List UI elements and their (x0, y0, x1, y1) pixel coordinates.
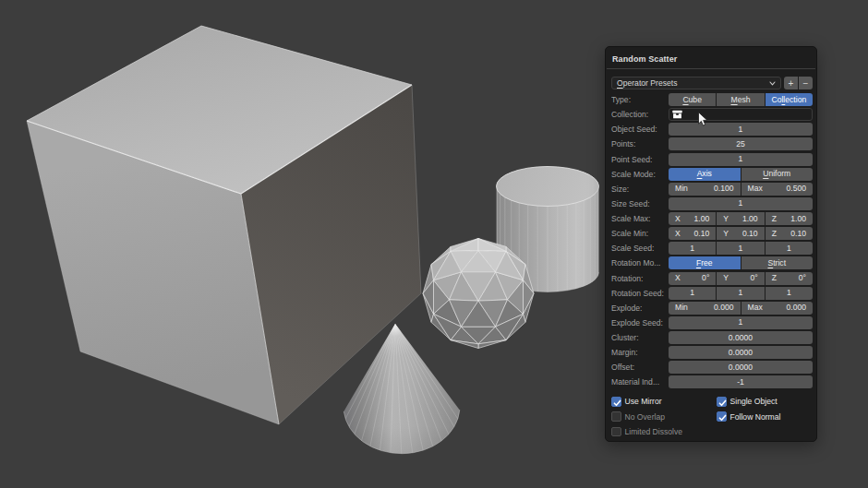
prop-row-scale-max: Scale Max:X1.00Y1.00Z1.00 (611, 212, 813, 225)
rotation-z-prefix: Z (772, 272, 777, 284)
prop-row-rotation-seed: Rotation Seed:111 (611, 287, 813, 300)
size-max-prefix: Max (748, 183, 763, 195)
rotation-seed-value-1[interactable]: 1 (717, 287, 764, 300)
scale-max-z-prefix: Z (772, 213, 777, 225)
points-field: 25 (669, 137, 813, 150)
explode-seed-value-field[interactable]: 1 (669, 316, 813, 329)
single-object-checkbox[interactable] (717, 397, 727, 407)
limited-dissolve-label: Limited Dissolve (625, 427, 683, 436)
scale-max-x-prefix: X (675, 213, 681, 225)
scale-max-y-field[interactable]: Y1.00 (717, 212, 764, 225)
scale-min-x-field[interactable]: X0.10 (669, 227, 716, 240)
operator-presets-dropdown[interactable]: Operator Presets (611, 77, 781, 89)
rotation-seed-value-2[interactable]: 1 (766, 287, 813, 300)
use-mirror-label: Use Mirror (625, 397, 662, 406)
rotation-label: Rotation: (611, 274, 669, 283)
type-option-cube[interactable]: Cube (669, 93, 716, 106)
rotation-mode-option-free[interactable]: Free (669, 256, 741, 269)
scale-max-x-field[interactable]: X1.00 (669, 212, 716, 225)
rotation-x-field[interactable]: X0° (669, 272, 716, 285)
rotation-mode-field: FreeStrict (669, 256, 813, 269)
prop-row-scale-mode: Scale Mode:AxisUniform (611, 168, 813, 181)
remove-preset-button[interactable]: − (799, 77, 813, 89)
type-option-mesh[interactable]: Mesh (717, 93, 764, 106)
checkbox-row-2: Limited Dissolve (611, 425, 813, 438)
scale-min-z-field[interactable]: Z0.10 (766, 227, 813, 240)
scale-max-z-field[interactable]: Z1.00 (766, 212, 813, 225)
explode-max-field[interactable]: Max0.000 (741, 302, 814, 315)
size-seed-field: 1 (669, 197, 813, 210)
rotation-z-value: 0° (799, 272, 806, 284)
explode-label: Explode: (611, 304, 669, 313)
scale-max-label: Scale Max: (611, 214, 669, 223)
scale-max-field: X1.00Y1.00Z1.00 (669, 212, 813, 225)
margin-value-field[interactable]: 0.0000 (669, 346, 813, 359)
object-seed-label: Object Seed: (611, 125, 669, 134)
collection-icon (672, 110, 682, 119)
prop-row-material-index: Material Ind...-1 (611, 375, 813, 388)
random-scatter-panel: Random Scatter Operator Presets + − Type… (605, 46, 817, 442)
scale-seed-value-0[interactable]: 1 (669, 242, 716, 255)
prop-row-margin: Margin:0.0000 (611, 346, 813, 359)
scale-max-y-value: 1.00 (742, 213, 758, 225)
prop-row-collection: Collection: (611, 108, 813, 121)
blender-viewport-window: Random Scatter Operator Presets + − Type… (0, 0, 868, 488)
scale-max-y-prefix: Y (723, 213, 729, 225)
prop-row-object-seed: Object Seed:1 (611, 123, 813, 136)
material-index-label: Material Ind... (611, 377, 669, 387)
checkbox-row-0: Use MirrorSingle Object (611, 395, 813, 408)
scale-min-x-value: 0.10 (694, 228, 710, 240)
prop-row-size: Size:Min0.100Max0.500 (611, 183, 813, 196)
checkbox-row-1: No OverlapFollow Normal (611, 411, 813, 423)
object-seed-value-field[interactable]: 1 (669, 123, 813, 136)
size-max-field[interactable]: Max0.500 (741, 183, 814, 196)
explode-min-value: 0.000 (714, 302, 734, 314)
panel-separator (607, 68, 815, 69)
use-mirror-checkbox[interactable] (611, 397, 621, 407)
chevron-down-icon (769, 81, 776, 86)
no-overlap-checkbox[interactable] (611, 411, 621, 422)
rotation-mode-option-strict[interactable]: Strict (741, 256, 814, 269)
explode-field: Min0.000Max0.000 (669, 302, 813, 315)
size-field: Min0.100Max0.500 (669, 183, 813, 196)
limited-dissolve-checkbox[interactable] (611, 427, 621, 437)
panel-checkboxes: Use MirrorSingle ObjectNo OverlapFollow … (611, 395, 813, 437)
point-seed-value-field[interactable]: 1 (669, 153, 813, 166)
material-index-value-field[interactable]: -1 (669, 375, 813, 388)
explode-min-field[interactable]: Min0.000 (669, 302, 741, 315)
panel-rows: Type:CubeMeshCollectionCollection:Object… (611, 93, 813, 388)
scale-mode-option-uniform[interactable]: Uniform (741, 168, 814, 181)
points-label: Points: (611, 139, 669, 149)
scale-min-y-value: 0.10 (742, 228, 758, 240)
offset-value-field[interactable]: 0.0000 (669, 361, 813, 374)
prop-row-type: Type:CubeMeshCollection (611, 93, 813, 106)
follow-normal-checkbox-group: Follow Normal (717, 411, 813, 422)
explode-seed-label: Explode Seed: (611, 318, 669, 327)
scale-min-label: Scale Min: (611, 229, 669, 238)
size-seed-value-field[interactable]: 1 (669, 197, 813, 210)
object-seed-field: 1 (669, 123, 813, 136)
collection-picker[interactable] (669, 108, 813, 121)
explode-max-prefix: Max (748, 302, 763, 314)
scale-seed-value-1[interactable]: 1 (717, 242, 764, 255)
cluster-value-field[interactable]: 0.0000 (669, 331, 813, 344)
add-preset-button[interactable]: + (784, 77, 798, 89)
follow-normal-checkbox[interactable] (717, 411, 727, 422)
scale-mode-field: AxisUniform (669, 168, 813, 181)
cube-object[interactable] (27, 26, 421, 424)
prop-row-explode: Explode:Min0.000Max0.000 (611, 302, 813, 315)
scale-mode-label: Scale Mode: (611, 170, 669, 179)
rotation-seed-value-0[interactable]: 1 (669, 287, 716, 300)
explode-min-prefix: Min (675, 302, 688, 314)
rotation-z-field[interactable]: Z0° (766, 272, 813, 285)
scale-min-y-field[interactable]: Y0.10 (717, 227, 764, 240)
points-value-field[interactable]: 25 (669, 137, 813, 150)
rotation-y-prefix: Y (723, 272, 729, 284)
rotation-y-field[interactable]: Y0° (717, 272, 764, 285)
scale-min-field: X0.10Y0.10Z0.10 (669, 227, 813, 240)
scale-seed-value-2[interactable]: 1 (766, 242, 813, 255)
scale-mode-option-axis[interactable]: Axis (669, 168, 741, 181)
size-min-field[interactable]: Min0.100 (669, 183, 741, 196)
explode-seed-field: 1 (669, 316, 813, 329)
type-option-collection[interactable]: Collection (766, 93, 813, 106)
